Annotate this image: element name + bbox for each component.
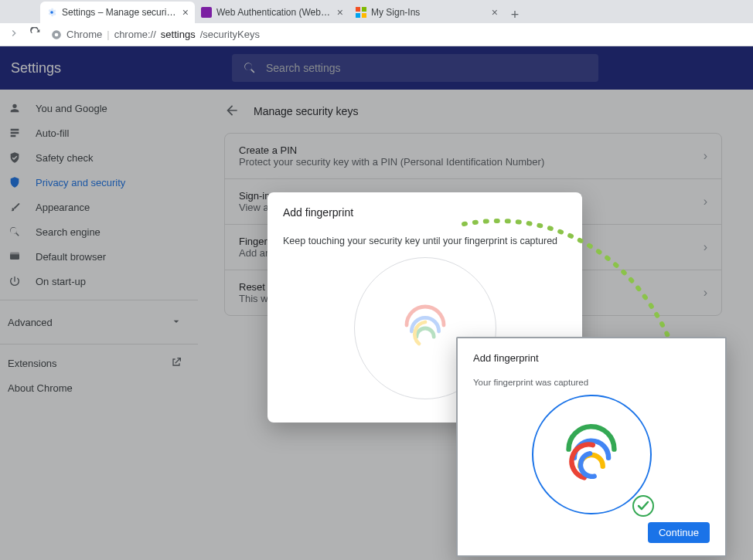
tab-title: Web Authentication (WebAuthn) (216, 7, 332, 18)
gear-icon (46, 7, 57, 18)
close-icon[interactable]: × (182, 6, 189, 19)
fingerprint-icon (394, 297, 456, 359)
browser-tabbar: Settings – Manage security keys × Web Au… (0, 0, 753, 23)
dialog-body: Keep touching your security key until yo… (283, 236, 567, 246)
url-separator: | (107, 29, 109, 40)
browser-tab-settings[interactable]: Settings – Manage security keys × (40, 2, 195, 23)
svg-point-7 (55, 32, 59, 36)
continue-button[interactable]: Continue (648, 522, 710, 543)
svg-rect-5 (362, 13, 366, 18)
svg-rect-4 (356, 13, 360, 18)
url-path-rest: /securityKeys (200, 29, 260, 40)
new-tab-button[interactable]: + (504, 7, 526, 23)
fingerprint-captured (532, 395, 652, 514)
chrome-icon (51, 29, 62, 40)
forward-button[interactable] (8, 27, 20, 42)
browser-tab-mysignins[interactable]: My Sign-Ins × (349, 2, 504, 23)
close-icon[interactable]: × (492, 6, 498, 19)
dialog-title: Add fingerprint (283, 206, 567, 219)
dialog-title: Add fingerprint (473, 352, 710, 364)
ms-logo-icon (356, 7, 366, 18)
tab-title: Settings – Manage security keys (62, 7, 178, 18)
address-bar[interactable]: Chrome | chrome://settings/securityKeys (51, 29, 260, 40)
svg-rect-2 (356, 7, 360, 12)
svg-rect-3 (362, 7, 366, 12)
browser-tab-webauthn[interactable]: Web Authentication (WebAuthn) × (195, 2, 349, 23)
close-icon[interactable]: × (337, 6, 343, 19)
checkmark-badge-icon (632, 494, 655, 518)
fingerprint-icon (556, 419, 627, 490)
dialog-add-fingerprint-done: Add fingerprint Your fingerprint was cap… (456, 337, 727, 557)
browser-toolbar: Chrome | chrome://settings/securityKeys (0, 23, 753, 46)
url-path-strong: settings (161, 29, 196, 40)
tab-title: My Sign-Ins (371, 7, 487, 18)
url-host: chrome:// (114, 29, 156, 40)
url-scheme: Chrome (66, 29, 102, 40)
svg-rect-1 (201, 7, 212, 18)
reload-button[interactable] (29, 27, 42, 42)
square-icon (201, 7, 212, 18)
dialog-body: Your fingerprint was captured (473, 378, 710, 387)
